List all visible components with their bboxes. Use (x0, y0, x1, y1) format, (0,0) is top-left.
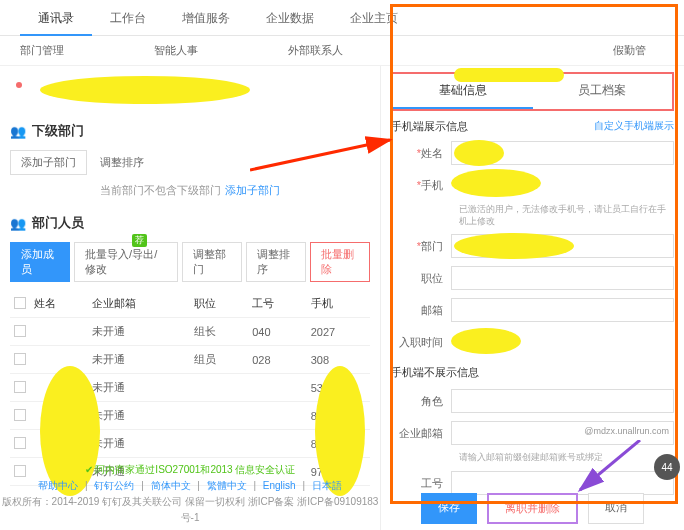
nav-tab-data[interactable]: 企业数据 (248, 0, 332, 36)
phone-hint: 已激活的用户，无法修改手机号，请让员工自行在手机上修改 (459, 204, 674, 227)
cell-phone: 2027 (307, 318, 370, 346)
cell-pos: 组长 (190, 318, 248, 346)
footer-link-zhtw[interactable]: 繁體中文 (207, 480, 247, 491)
sub-nav: 部门管理 智能人事 外部联系人 假勤管 (0, 36, 684, 66)
cell-id (248, 402, 306, 430)
add-member-button[interactable]: 添加成员 (10, 242, 70, 282)
dept-note: 当前部门不包含下级部门 添加子部门 (10, 183, 370, 198)
red-dot-icon (16, 82, 22, 88)
cell-pos (190, 430, 248, 458)
circle-badge: 44 (654, 454, 680, 480)
empid-input[interactable] (451, 471, 674, 495)
cell-id (248, 374, 306, 402)
row-checkbox[interactable] (14, 437, 26, 449)
footer-link-jp[interactable]: 日本語 (312, 480, 342, 491)
email-label: 邮箱 (391, 303, 451, 318)
yellow-highlight (454, 233, 574, 259)
yellow-highlight (451, 169, 541, 197)
left-footer: ✔ 阿内商家通过ISO27001和2013 信息安全认证 帮助中心 | 钉钉公约… (0, 462, 380, 526)
corp-email-label: 企业邮箱 (391, 426, 451, 441)
email-input[interactable] (451, 298, 674, 322)
corp-email-hint: 请输入邮箱前缀创建邮箱账号或绑定 (459, 452, 674, 464)
row-checkbox[interactable] (14, 353, 26, 365)
th-email: 企业邮箱 (88, 290, 189, 318)
resign-delete-button[interactable]: 离职并删除 (487, 493, 578, 524)
cell-id: 040 (248, 318, 306, 346)
corp-email-suffix: @mdzx.unallrun.com (584, 426, 669, 436)
name-input[interactable] (451, 141, 674, 165)
phone-input[interactable] (451, 173, 674, 197)
left-panel: 👥 下级部门 添加子部门 调整排序 当前部门不包含下级部门 添加子部门 👥 部门… (0, 66, 380, 530)
cancel-button[interactable]: 取消 (588, 493, 644, 524)
footer-link-help[interactable]: 帮助中心 (38, 480, 78, 491)
th-id: 工号 (248, 290, 306, 318)
adjust-order-button[interactable]: 调整排序 (90, 151, 154, 174)
table-row[interactable]: 未开通 组长 040 2027 (10, 318, 370, 346)
custom-display-link[interactable]: 自定义手机端展示 (594, 119, 674, 133)
subnav-hr[interactable]: 智能人事 (154, 43, 228, 58)
sub-dept-title: 👥 下级部门 (10, 122, 370, 140)
adjust-dept-button[interactable]: 调整部门 (182, 242, 242, 282)
sitemap-icon: 👥 (10, 124, 26, 139)
yellow-highlight (454, 140, 504, 166)
hiredate-label: 入职时间 (391, 335, 451, 350)
members-toolbar: 添加成员 批量导入/导出/修改 调整部门 调整排序 批量删除 荐 (10, 242, 370, 282)
hidden-section-header: 手机端不展示信息 (391, 365, 674, 380)
users-icon: 👥 (10, 216, 26, 231)
sub-dept-label: 下级部门 (32, 122, 84, 140)
cell-name (30, 318, 88, 346)
batch-import-button[interactable]: 批量导入/导出/修改 (74, 242, 178, 282)
nav-tab-homepage[interactable]: 企业主页 (332, 0, 416, 36)
top-nav: 通讯录 工作台 增值服务 企业数据 企业主页 (0, 0, 684, 36)
right-panel: 基础信息 员工档案 手机端展示信息 自定义手机端展示 *姓名 *手机 已激活的用… (380, 66, 684, 530)
cell-email: 未开通 (88, 430, 189, 458)
th-phone: 手机 (307, 290, 370, 318)
cell-email: 未开通 (88, 346, 189, 374)
members-label: 部门人员 (32, 214, 84, 232)
yellow-highlight (451, 328, 521, 354)
yellow-highlight (40, 76, 250, 104)
row-checkbox[interactable] (14, 381, 26, 393)
adjust-order2-button[interactable]: 调整排序 (246, 242, 306, 282)
nav-tab-contacts[interactable]: 通讯录 (20, 0, 92, 36)
recommend-badge: 荐 (132, 234, 147, 247)
phone-label: *手机 (391, 178, 451, 193)
nav-tab-workbench[interactable]: 工作台 (92, 0, 164, 36)
cell-id: 028 (248, 346, 306, 374)
yellow-highlight (454, 68, 564, 82)
th-name: 姓名 (30, 290, 88, 318)
select-all-checkbox[interactable] (14, 297, 26, 309)
footer-link-zhcn[interactable]: 简体中文 (151, 480, 191, 491)
row-checkbox[interactable] (14, 325, 26, 337)
nav-tab-vas[interactable]: 增值服务 (164, 0, 248, 36)
cell-id (248, 430, 306, 458)
hiredate-input[interactable] (451, 330, 674, 354)
row-checkbox[interactable] (14, 409, 26, 421)
role-input[interactable] (451, 389, 674, 413)
th-pos: 职位 (190, 290, 248, 318)
dept-input[interactable] (451, 234, 674, 258)
dept-label: *部门 (391, 239, 451, 254)
cell-pos (190, 402, 248, 430)
add-sub-dept-link[interactable]: 添加子部门 (225, 184, 280, 196)
subnav-dept[interactable]: 部门管理 (20, 43, 94, 58)
members-title: 👥 部门人员 (10, 214, 370, 232)
footer-link-agreement[interactable]: 钉钉公约 (94, 480, 134, 491)
role-label: 角色 (391, 394, 451, 409)
cell-pos (190, 374, 248, 402)
subnav-external[interactable]: 外部联系人 (288, 43, 373, 58)
position-input[interactable] (451, 266, 674, 290)
shield-icon: ✔ (85, 464, 93, 475)
corp-email-input[interactable]: @mdzx.unallrun.com (451, 421, 674, 445)
add-sub-dept-button[interactable]: 添加子部门 (10, 150, 87, 175)
footer-buttons: 保存 离职并删除 取消 (381, 493, 684, 524)
subnav-attendance[interactable]: 假勤管 (613, 43, 676, 58)
cell-email: 未开通 (88, 402, 189, 430)
save-button[interactable]: 保存 (421, 493, 477, 524)
cell-email: 未开通 (88, 318, 189, 346)
footer-link-en[interactable]: English (263, 480, 296, 491)
cell-pos: 组员 (190, 346, 248, 374)
name-label: *姓名 (391, 146, 451, 161)
batch-delete-button[interactable]: 批量删除 (310, 242, 370, 282)
cell-email: 未开通 (88, 374, 189, 402)
